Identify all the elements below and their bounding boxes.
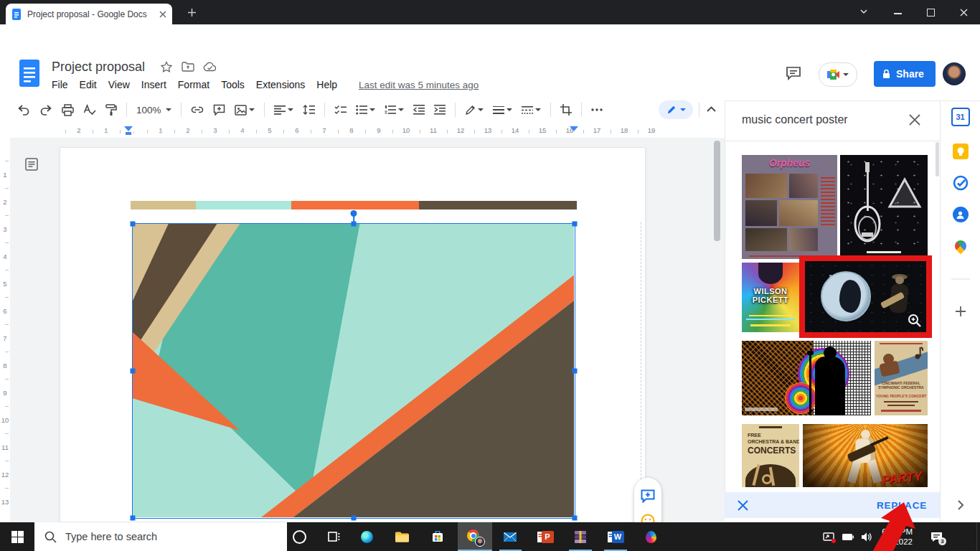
screen-cast-tray-icon[interactable] bbox=[823, 532, 834, 542]
browser-tab[interactable]: Project proposal - Google Docs bbox=[6, 4, 172, 24]
result-thumbnail-free-concerts[interactable]: FREE ORCHESTRA & BAND CONCERTS bbox=[742, 424, 799, 487]
meet-dropdown-caret[interactable] bbox=[843, 73, 849, 76]
increase-indent-icon[interactable] bbox=[434, 105, 446, 115]
zoom-preview-icon[interactable] bbox=[908, 314, 922, 328]
microsoft-store-icon[interactable] bbox=[422, 522, 453, 551]
docs-profile-avatar[interactable] bbox=[943, 62, 966, 85]
collapse-toolbar-icon[interactable] bbox=[707, 106, 716, 112]
action-center-icon[interactable]: 3 bbox=[930, 532, 943, 542]
checklist-icon[interactable] bbox=[334, 105, 347, 115]
selected-inline-image[interactable] bbox=[132, 223, 575, 519]
menu-item[interactable]: View bbox=[103, 77, 136, 92]
result-thumbnail-wilson-pickett[interactable]: WILSON PICKETT bbox=[742, 263, 799, 332]
battery-icon[interactable] bbox=[842, 534, 854, 540]
border-weight-icon[interactable] bbox=[493, 105, 512, 114]
paint3d-icon[interactable] bbox=[635, 522, 666, 551]
last-edit-link[interactable]: Last edit was 5 minutes ago bbox=[359, 80, 479, 90]
result-thumbnail-guitar[interactable] bbox=[840, 155, 928, 259]
minimize-icon[interactable] bbox=[894, 13, 902, 14]
maximize-icon[interactable] bbox=[927, 9, 935, 17]
paint-format-icon[interactable] bbox=[105, 104, 117, 116]
indent-marker-left[interactable] bbox=[124, 126, 133, 131]
taskbar-search-box[interactable]: Type here to search bbox=[34, 522, 287, 551]
cortana-icon[interactable] bbox=[283, 522, 315, 551]
move-folder-icon[interactable] bbox=[182, 62, 194, 72]
tab-close-icon[interactable] bbox=[159, 11, 166, 18]
border-dash-icon[interactable] bbox=[522, 105, 541, 114]
mail-icon[interactable] bbox=[494, 522, 526, 551]
tab-search-icon[interactable] bbox=[860, 9, 867, 14]
task-view-icon[interactable] bbox=[318, 522, 349, 551]
replace-button[interactable]: REPLACE bbox=[877, 500, 927, 511]
start-button[interactable] bbox=[1, 522, 33, 551]
keep-icon[interactable] bbox=[953, 143, 969, 159]
rotate-handle[interactable] bbox=[351, 210, 357, 217]
chrome-taskbar-button[interactable] bbox=[458, 522, 492, 551]
insert-image-icon[interactable] bbox=[235, 105, 255, 116]
document-title[interactable]: Project proposal bbox=[52, 60, 145, 75]
decrease-indent-icon[interactable] bbox=[413, 105, 425, 115]
indent-marker-right[interactable] bbox=[570, 126, 578, 131]
document-scrollbar-thumb[interactable] bbox=[714, 141, 720, 241]
resize-handle-w[interactable] bbox=[131, 369, 136, 374]
insert-link-icon[interactable] bbox=[191, 106, 204, 113]
redo-icon[interactable] bbox=[39, 104, 52, 116]
file-explorer-icon[interactable] bbox=[386, 522, 418, 551]
resize-handle-nw[interactable] bbox=[131, 222, 136, 227]
indent-bar-left[interactable] bbox=[126, 132, 131, 135]
numbered-list-icon[interactable] bbox=[385, 105, 404, 115]
print-icon[interactable] bbox=[62, 104, 74, 116]
maps-icon[interactable] bbox=[955, 240, 966, 252]
align-icon[interactable] bbox=[274, 105, 293, 115]
volume-icon[interactable] bbox=[862, 532, 872, 542]
cancel-replace-icon[interactable] bbox=[738, 500, 748, 511]
more-options-icon[interactable] bbox=[591, 108, 603, 111]
zoom-control[interactable]: 100% bbox=[136, 105, 171, 116]
contacts-icon[interactable] bbox=[953, 207, 969, 222]
result-thumbnail-cincinnati-orchestra[interactable]: CINCINNATI FEDERAL SYMPHONIC ORCHESTRA Y… bbox=[875, 341, 928, 415]
menu-item[interactable]: Edit bbox=[74, 77, 103, 92]
menu-item[interactable]: Extensions bbox=[250, 77, 311, 92]
resize-handle-s[interactable] bbox=[352, 516, 357, 521]
show-desktop-button[interactable] bbox=[976, 522, 980, 551]
bulleted-list-icon[interactable] bbox=[356, 105, 375, 115]
close-sidebar-icon[interactable] bbox=[909, 114, 920, 126]
resize-handle-se[interactable] bbox=[573, 516, 578, 521]
powerpoint-icon[interactable]: P bbox=[529, 522, 561, 551]
share-button[interactable]: Share bbox=[874, 61, 936, 87]
crop-icon[interactable] bbox=[560, 104, 572, 116]
taskbar-clock[interactable]: 6:23 PM 5/9/2022 bbox=[880, 527, 913, 547]
calendar-icon[interactable]: 31 bbox=[951, 108, 970, 126]
result-thumbnail-crowd-singer[interactable] bbox=[742, 341, 871, 415]
new-tab-icon[interactable] bbox=[188, 9, 196, 17]
window-close-icon[interactable] bbox=[960, 9, 968, 17]
line-spacing-icon[interactable] bbox=[303, 105, 315, 115]
resize-handle-n[interactable] bbox=[352, 222, 357, 227]
resize-handle-e[interactable] bbox=[573, 369, 578, 374]
add-addon-icon[interactable] bbox=[955, 306, 966, 317]
sidebar-scrollbar-thumb[interactable] bbox=[936, 142, 939, 176]
menu-item[interactable]: Tools bbox=[215, 77, 250, 92]
menu-item[interactable]: Insert bbox=[136, 77, 172, 92]
border-color-pen-icon[interactable] bbox=[465, 105, 484, 116]
document-page[interactable] bbox=[60, 147, 646, 522]
word-icon[interactable]: W bbox=[600, 522, 631, 551]
cloud-status-icon[interactable] bbox=[203, 62, 217, 72]
resize-handle-sw[interactable] bbox=[131, 516, 136, 521]
tasks-icon[interactable] bbox=[953, 175, 969, 191]
result-thumbnail-orpheus[interactable]: Orpheus bbox=[742, 155, 837, 259]
spellcheck-icon[interactable] bbox=[83, 104, 96, 116]
meet-button[interactable] bbox=[819, 62, 857, 87]
search-query-text[interactable]: music concert poster bbox=[742, 113, 848, 126]
document-outline-icon[interactable] bbox=[25, 158, 38, 171]
result-thumbnail-beauty-bar[interactable]: BEAUTY BA EST LAS bbox=[805, 261, 926, 332]
comment-history-icon[interactable] bbox=[786, 66, 801, 80]
result-thumbnail-selected-frame[interactable]: BEAUTY BA EST LAS bbox=[799, 255, 932, 338]
edge-icon[interactable] bbox=[351, 522, 382, 551]
docs-logo[interactable] bbox=[19, 59, 40, 88]
add-comment-icon[interactable] bbox=[213, 104, 225, 116]
editing-mode-button[interactable] bbox=[659, 100, 693, 119]
menu-item[interactable]: Help bbox=[311, 77, 343, 92]
undo-icon[interactable] bbox=[17, 104, 30, 116]
add-comment-shortcut-icon[interactable] bbox=[641, 489, 655, 503]
